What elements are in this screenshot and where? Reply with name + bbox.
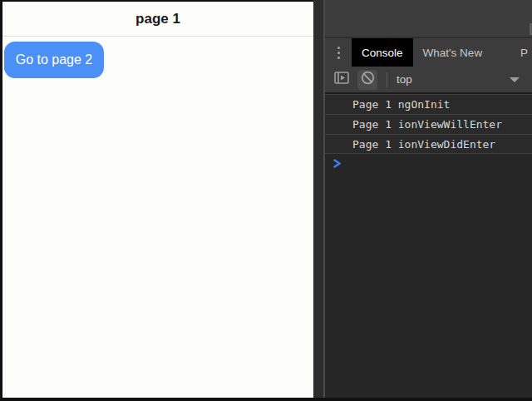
tab-console[interactable]: Console (352, 38, 413, 67)
chevron-down-icon[interactable] (510, 77, 520, 82)
kebab-menu-icon (337, 47, 340, 59)
app-header: page 1 (2, 2, 313, 37)
toolbar-divider (387, 72, 387, 87)
prompt-chevron-icon (332, 156, 342, 172)
devtools-panel: Console What's New P top (325, 0, 532, 398)
app-preview-panel: page 1 Go to page 2 (0, 0, 313, 398)
console-log-row: Page 1 ionViewDidEnter (325, 134, 532, 154)
console-messages-area: Page 1 ngOnInit Page 1 ionViewWillEnter … (325, 94, 532, 398)
panel-divider (313, 0, 325, 398)
devtools-tab-bar: Console What's New P (325, 37, 532, 67)
go-to-page-2-button[interactable]: Go to page 2 (4, 42, 104, 78)
window-frame-bottom (0, 398, 532, 401)
console-toolbar: top (325, 67, 532, 94)
show-console-sidebar-button[interactable] (332, 70, 352, 90)
more-options-button[interactable] (325, 38, 352, 67)
ban-icon (361, 71, 375, 88)
clear-console-button[interactable] (357, 70, 377, 90)
sidebar-toggle-icon (334, 72, 349, 87)
console-prompt-input[interactable] (325, 154, 532, 174)
tab-truncated[interactable]: P (520, 38, 532, 67)
javascript-context-selector[interactable]: top (397, 73, 412, 86)
console-log-row: Page 1 ionViewWillEnter (325, 114, 532, 134)
tab-whats-new[interactable]: What's New (413, 38, 493, 67)
page-title: page 1 (135, 11, 180, 27)
context-label: top (397, 73, 412, 86)
console-log-row: Page 1 ngOnInit (325, 94, 532, 114)
devtools-top-spacer (325, 0, 532, 37)
